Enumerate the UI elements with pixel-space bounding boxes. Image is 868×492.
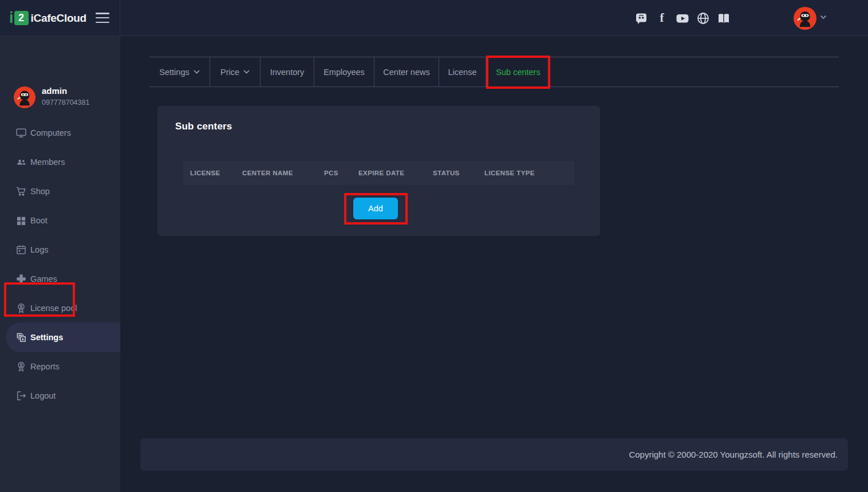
annotation-box-settings-item xyxy=(4,282,75,317)
sidebar-item-members[interactable]: Members xyxy=(0,148,120,176)
sidebar-user-phone: 097778704381 xyxy=(42,99,89,107)
discord-icon[interactable] xyxy=(634,11,648,25)
app-root: i 2 iCafeCloud f xyxy=(0,0,868,492)
tab-label: Settings xyxy=(159,68,189,77)
logout-icon xyxy=(15,390,27,402)
sidebar-item-label: Shop xyxy=(30,187,50,196)
sidebar-item-label: Logout xyxy=(30,391,56,400)
sidebar-item-label: Settings xyxy=(30,333,63,342)
column-header-license-type: LICENSE TYPE xyxy=(484,161,535,185)
copyright-text: Copyright © 2000-2020 Youngzsoft. All ri… xyxy=(629,438,838,471)
monitor-icon xyxy=(15,127,27,139)
user-avatar[interactable] xyxy=(794,7,816,30)
column-header-pcs: PCS xyxy=(324,161,338,185)
table-header-row: LICENSE CENTER NAME PCS EXPIRE DATE STAT… xyxy=(183,161,574,185)
sidebar-item-logout[interactable]: Logout xyxy=(0,381,120,410)
logo-badge: 2 xyxy=(14,11,29,25)
tab-license[interactable]: License xyxy=(439,57,486,86)
tab-inventory[interactable]: Inventory xyxy=(261,57,314,86)
sidebar-item-label: Reports xyxy=(30,362,60,371)
sidebar-item-label: Computers xyxy=(30,128,71,137)
sidebar-user-name: admin xyxy=(42,86,67,96)
facebook-icon[interactable]: f xyxy=(655,11,669,25)
tab-employees[interactable]: Employees xyxy=(314,57,374,86)
column-header-license: LICENSE xyxy=(190,161,220,185)
cart-icon xyxy=(15,186,27,197)
sidebar-item-settings[interactable]: Settings xyxy=(0,323,120,352)
settings-layers-icon xyxy=(15,332,27,343)
tab-label: Center news xyxy=(383,68,429,77)
sidebar-item-label: Boot xyxy=(30,216,48,225)
topbar: i 2 iCafeCloud f xyxy=(0,0,868,36)
handbook-icon[interactable] xyxy=(717,11,731,25)
windows-icon xyxy=(15,215,27,226)
chevron-down-icon xyxy=(243,70,250,74)
members-icon xyxy=(15,156,27,168)
youtube-icon[interactable] xyxy=(676,11,689,25)
footer: Copyright © 2000-2020 Youngzsoft. All ri… xyxy=(140,438,848,471)
sidebar-item-shop[interactable]: Shop xyxy=(0,177,120,206)
card-title: Sub centers xyxy=(175,121,232,132)
sidebar-item-computers[interactable]: Computers xyxy=(0,119,120,147)
user-menu-chevron-down-icon[interactable] xyxy=(820,15,827,19)
calendar-icon xyxy=(15,244,27,255)
annotation-box-sub-centers-tab xyxy=(486,56,550,89)
sidebar-item-reports[interactable]: Reports xyxy=(0,352,120,381)
tab-settings[interactable]: Settings xyxy=(149,57,210,86)
logo-i-glyph: i xyxy=(9,9,14,27)
tab-label: Employees xyxy=(323,68,365,77)
sidebar-item-label: Members xyxy=(30,158,65,167)
tab-label: Inventory xyxy=(270,68,305,77)
column-header-expire-date: EXPIRE DATE xyxy=(358,161,404,185)
annotation-box-add-button xyxy=(344,193,408,225)
sidebar-item-boot[interactable]: Boot xyxy=(0,206,120,235)
sidebar-item-logs[interactable]: Logs xyxy=(0,235,120,264)
menu-toggle-icon[interactable] xyxy=(96,13,109,23)
tab-label: Price xyxy=(220,68,239,77)
app-logo[interactable]: i 2 iCafeCloud xyxy=(9,9,86,27)
tab-label: License xyxy=(448,68,477,77)
column-header-status: STATUS xyxy=(433,161,460,185)
column-header-center-name: CENTER NAME xyxy=(242,161,293,185)
reports-badge-icon xyxy=(15,361,27,372)
logo-text: iCafeCloud xyxy=(31,12,86,25)
sidebar-item-label: Logs xyxy=(30,245,48,254)
sidebar-user-avatar xyxy=(14,86,35,108)
tab-price[interactable]: Price xyxy=(210,57,261,86)
globe-icon[interactable] xyxy=(696,11,710,25)
chevron-down-icon xyxy=(194,70,200,74)
tab-center-news[interactable]: Center news xyxy=(374,57,439,86)
topbar-social-links: f xyxy=(634,0,731,36)
sidebar: admin 097778704381 Computers Members xyxy=(0,36,120,492)
